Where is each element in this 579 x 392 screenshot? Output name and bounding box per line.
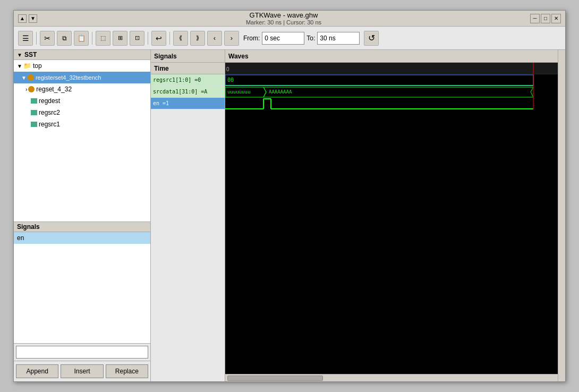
tree-label-regsrc2: regsrc2: [39, 109, 60, 116]
waves-header: Waves: [225, 50, 558, 63]
paste-btn[interactable]: 📋: [74, 31, 89, 46]
zoom-fit-btn[interactable]: ⊞: [113, 31, 127, 46]
tree-item-regsrc1[interactable]: regsrc1: [14, 118, 150, 130]
select-all-btn[interactable]: ⬚: [96, 31, 110, 46]
signal-icon-regsrc2: [31, 110, 37, 115]
cut-btn[interactable]: ✂: [40, 31, 55, 46]
search-input[interactable]: [16, 346, 148, 359]
tree-item-regdest[interactable]: regdest: [14, 95, 150, 107]
tree-item-registerset[interactable]: ▼ registerset4_32testbench: [14, 72, 150, 83]
sst-tree: ▼ 📁 top ▼ registerset4_32testbench ›: [14, 60, 150, 221]
zoom-fit-icon: ⊞: [118, 35, 123, 41]
insert-button[interactable]: Insert: [61, 364, 103, 378]
fast-fwd-icon: ⟫: [196, 35, 199, 41]
svg-rect-0: [225, 63, 558, 74]
copy-icon: ⧉: [62, 35, 67, 42]
window-title: GTKWave - wave.ghw: [250, 11, 318, 19]
menu-icon: ☰: [22, 34, 29, 42]
signals-col-label: Signals: [154, 53, 177, 60]
back-btn[interactable]: ‹: [207, 31, 222, 46]
from-to-group: From: To:: [243, 32, 360, 45]
zoom-select-btn[interactable]: ⊡: [130, 31, 144, 46]
toolbar-sep-1: [36, 32, 37, 45]
signals-column: Signals Time regsrc1[1:0] =0 srcdata1[31…: [151, 50, 225, 381]
h-scrollbar[interactable]: [225, 374, 558, 381]
replace-button[interactable]: Replace: [106, 364, 148, 378]
svg-text:AAAAAAAA: AAAAAAAA: [269, 89, 292, 95]
signals-list: en: [14, 232, 150, 343]
up-arrow-btn[interactable]: ▲: [18, 14, 27, 23]
right-area: Signals Time regsrc1[1:0] =0 srcdata1[31…: [151, 50, 565, 381]
refresh-icon: ↺: [368, 33, 375, 43]
signal-icon-regdest: [31, 98, 37, 104]
search-wrapper: 🔍: [16, 346, 148, 359]
signal-row-srcdata1: srcdata1[31:0] =A: [151, 86, 225, 98]
copy-btn[interactable]: ⧉: [57, 31, 72, 46]
to-label: To:: [306, 35, 315, 42]
time-label: Time: [154, 65, 169, 72]
minimize-btn[interactable]: ─: [530, 14, 540, 23]
waves-label: Waves: [228, 53, 249, 60]
h-scrollbar-thumb[interactable]: [227, 376, 323, 381]
append-button[interactable]: Append: [16, 364, 58, 378]
waves-canvas[interactable]: 0 00 uuuuuuuu: [225, 63, 558, 374]
signal-rows: Time regsrc1[1:0] =0 srcdata1[31:0] =A e…: [151, 63, 225, 381]
time-header: Time: [151, 63, 225, 74]
from-input[interactable]: [262, 32, 304, 45]
to-input[interactable]: [317, 32, 360, 45]
forward-icon: ›: [231, 34, 233, 42]
svg-text:0: 0: [226, 66, 229, 72]
waves-svg: 0 00 uuuuuuuu: [225, 63, 558, 374]
tree-label-registerset: registerset4_32testbench: [36, 74, 101, 81]
maximize-btn[interactable]: □: [541, 14, 550, 23]
folder-icon: 📁: [23, 62, 31, 70]
module-icon-registerset: [28, 74, 34, 81]
tree-label-regdest: regdest: [39, 97, 60, 105]
sst-collapse-icon[interactable]: ▼: [17, 52, 22, 58]
bottom-buttons: Append Insert Replace: [14, 361, 150, 381]
from-label: From:: [243, 35, 260, 42]
v-scrollbar[interactable]: [558, 50, 565, 381]
svg-text:uuuuuuuu: uuuuuuuu: [227, 89, 250, 95]
expand-icon: ▼: [17, 63, 22, 69]
refresh-btn[interactable]: ↺: [364, 31, 379, 46]
first-icon: ⟪: [179, 35, 182, 41]
expand-icon-2: ▼: [21, 75, 27, 81]
tree-item-regset[interactable]: › regset_4_32: [14, 83, 150, 95]
signals-label: Signals: [17, 223, 40, 231]
tree-label-regset: regset_4_32: [36, 86, 72, 93]
tree-item-top[interactable]: ▼ 📁 top: [14, 60, 150, 72]
expand-icon-3: ›: [25, 87, 27, 92]
signals-bottom-panel: Signals en 🔍 Append Insert Replace: [14, 222, 150, 381]
main-area: ▼ SST ▼ 📁 top ▼ registerset4_32testbench: [14, 50, 565, 381]
paste-icon: 📋: [78, 35, 86, 42]
sst-header: ▼ SST: [14, 50, 150, 60]
tree-label-regsrc1: regsrc1: [39, 121, 60, 128]
toolbar-sep-3: [148, 32, 148, 45]
fast-fwd-btn[interactable]: ⟫: [190, 31, 205, 46]
menu-btn[interactable]: ☰: [18, 31, 33, 46]
title-bar: ▲ ▼ GTKWave - wave.ghw Marker: 30 ns | C…: [14, 11, 565, 27]
first-btn[interactable]: ⟪: [173, 31, 188, 46]
signals-item-en[interactable]: en: [14, 232, 150, 244]
down-arrow-btn[interactable]: ▼: [29, 14, 37, 23]
svg-rect-19: [225, 109, 558, 374]
select-all-icon: ⬚: [100, 35, 106, 41]
module-icon-regset: [28, 86, 35, 92]
signal-label-en: en: [17, 234, 24, 242]
undo-icon: ↩: [156, 34, 162, 42]
zoom-select-icon: ⊡: [135, 35, 140, 41]
tree-item-regsrc2[interactable]: regsrc2: [14, 107, 150, 118]
tree-label-top: top: [33, 62, 42, 70]
title-bar-left: ▲ ▼: [18, 14, 37, 23]
close-btn[interactable]: ✕: [551, 14, 561, 23]
window-subtitle: Marker: 30 ns | Cursor: 30 ns: [246, 19, 321, 25]
undo-btn[interactable]: ↩: [151, 31, 166, 46]
cut-icon: ✂: [44, 34, 50, 42]
main-window: ▲ ▼ GTKWave - wave.ghw Marker: 30 ns | C…: [13, 10, 566, 382]
forward-btn[interactable]: ›: [224, 31, 239, 46]
sst-section: ▼ SST ▼ 📁 top ▼ registerset4_32testbench: [14, 50, 150, 222]
left-panel: ▼ SST ▼ 📁 top ▼ registerset4_32testbench: [14, 50, 151, 381]
toolbar: ☰ ✂ ⧉ 📋 ⬚ ⊞ ⊡ ↩ ⟪ ⟫: [14, 27, 565, 50]
title-center: GTKWave - wave.ghw Marker: 30 ns | Curso…: [37, 11, 530, 25]
